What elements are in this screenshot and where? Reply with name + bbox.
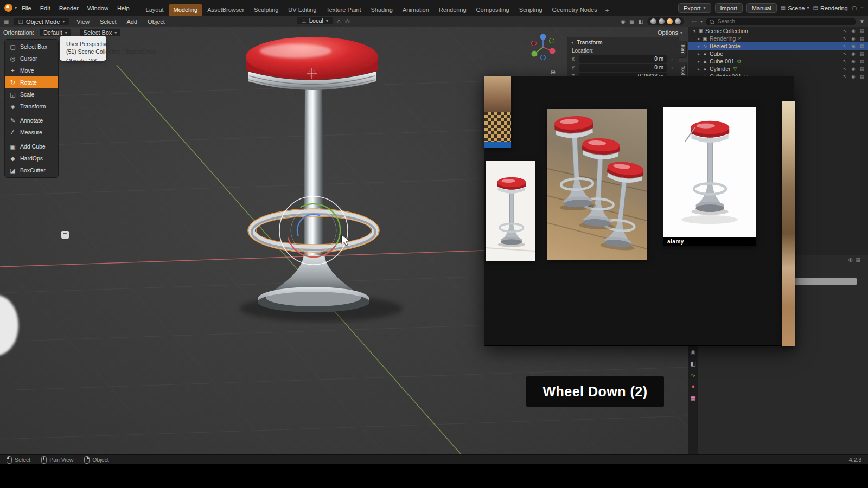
menu-edit[interactable]: Edit: [36, 3, 54, 13]
render-visibility-icon[interactable]: ▤: [859, 66, 865, 72]
selectable-icon[interactable]: ↖: [842, 43, 847, 49]
menu-view[interactable]: View: [74, 18, 92, 25]
tool-move[interactable]: + Move: [5, 65, 58, 76]
tool-hardops[interactable]: ◆ HardOps: [5, 152, 58, 164]
tab-texture-icon[interactable]: ▦: [689, 394, 697, 401]
outliner-row-cube001[interactable]: ▸ ▲ Cube.001 ⚙ ↖◉▤: [688, 57, 868, 65]
workspace-tab-uvediting[interactable]: UV Editing: [283, 4, 321, 16]
expand-icon[interactable]: ▸: [696, 36, 701, 41]
hide-icon[interactable]: ◉: [851, 43, 856, 49]
outliner-row-beziercircle[interactable]: ▸ ∿ BézierCircle ↖◉▤: [688, 42, 868, 50]
filter-icon[interactable]: ▼: [859, 18, 865, 24]
location-x-field[interactable]: 0 m: [579, 55, 667, 63]
tab-material-icon[interactable]: ●: [689, 383, 697, 390]
render-visibility-icon[interactable]: ▤: [859, 51, 865, 56]
tool-transform[interactable]: ◈ Transform: [5, 100, 58, 112]
workspace-tab-animation[interactable]: Animation: [398, 4, 434, 16]
tool-add-cube[interactable]: ▣ Add Cube: [5, 140, 58, 152]
hide-icon[interactable]: ◉: [851, 51, 856, 56]
export-button[interactable]: Export▾: [678, 3, 711, 13]
workspace-tab-rendering[interactable]: Rendering: [434, 4, 471, 16]
tool-scale[interactable]: ◱ Scale: [5, 88, 58, 100]
workspace-tab-sculpting[interactable]: Sculpting: [249, 4, 283, 16]
annotation-note-icon[interactable]: [61, 231, 69, 239]
outliner-editor-icon[interactable]: ≔: [692, 18, 697, 24]
search-input[interactable]: [717, 18, 852, 25]
tool-rotate[interactable]: ↻ Rotate: [5, 76, 58, 88]
tool-select-box[interactable]: ▢ Select Box: [5, 41, 58, 53]
tool-boxcutter[interactable]: ◪ BoxCutter: [5, 164, 58, 176]
workspace-tab-geometrynodes[interactable]: Geometry Nodes: [547, 4, 602, 16]
selectable-icon[interactable]: ↖: [842, 28, 847, 34]
tab-object-data-icon[interactable]: ∿: [689, 371, 697, 378]
hide-icon[interactable]: ◉: [851, 28, 856, 34]
workspace-tab-compositing[interactable]: Compositing: [471, 4, 514, 16]
shading-solid-icon[interactable]: [659, 18, 665, 24]
view-layer-picker[interactable]: ▤ Rendering: [813, 5, 847, 11]
workspace-tab-assetbrowser[interactable]: AssetBrowser: [202, 4, 249, 16]
location-y-field[interactable]: 0 m: [579, 64, 667, 72]
render-visibility-icon[interactable]: ▤: [859, 36, 865, 41]
proportional-editing-icon[interactable]: ◎: [345, 18, 350, 24]
menu-add[interactable]: Add: [124, 18, 141, 25]
workspace-tab-scripting[interactable]: Scripting: [514, 4, 547, 16]
reference-photo-stool-product[interactable]: alamy: [663, 107, 756, 246]
menu-select[interactable]: Select: [97, 18, 119, 25]
outliner-row-scene-collection[interactable]: ▾ ▣ Scene Collection ↖◉▤: [688, 27, 868, 35]
active-tool-dropdown[interactable]: Select Box ▾: [80, 29, 121, 36]
menu-window[interactable]: Window: [84, 3, 112, 13]
hide-icon[interactable]: ◉: [851, 74, 856, 79]
zoom-icon[interactable]: ⊕: [550, 68, 556, 76]
npanel-tab-item[interactable]: Item: [678, 41, 687, 58]
selectable-icon[interactable]: ↖: [842, 36, 847, 41]
chevron-down-icon[interactable]: ▾: [15, 5, 17, 10]
blender-logo-icon[interactable]: [4, 4, 12, 12]
reference-photo-stools-three[interactable]: [547, 109, 647, 260]
collapse-icon[interactable]: ▾: [571, 40, 573, 45]
options-dropdown[interactable]: Options ▾: [658, 29, 682, 36]
visibility-icon[interactable]: ◉: [621, 18, 626, 24]
render-visibility-icon[interactable]: ▤: [859, 43, 865, 49]
workspace-tab-texturepaint[interactable]: Texture Paint: [321, 4, 366, 16]
pin-icon[interactable]: ▢: [852, 5, 857, 11]
expand-icon[interactable]: ▸: [696, 44, 701, 49]
shading-material-icon[interactable]: [667, 18, 673, 24]
tool-cursor[interactable]: ◎ Cursor: [5, 53, 58, 65]
workspace-tab-modeling[interactable]: Modeling: [169, 4, 203, 16]
manual-button[interactable]: Manual: [746, 3, 777, 13]
outliner-row-cube[interactable]: ▸ ▲ Cube ↖◉▤: [688, 50, 868, 57]
grid-icon[interactable]: ▤: [856, 257, 860, 262]
selectable-icon[interactable]: ↖: [842, 51, 847, 56]
outliner-row-cylinder[interactable]: ▸ ▲ Cylinder ▽ ↖◉▤: [688, 65, 868, 73]
tool-measure[interactable]: ∠ Measure: [5, 126, 58, 138]
reference-photo-stool-single[interactable]: [486, 161, 535, 261]
expand-icon[interactable]: ▾: [692, 29, 697, 34]
lock-icon[interactable]: ▫: [669, 66, 675, 70]
reference-photo-diner[interactable]: [484, 76, 511, 148]
selectable-icon[interactable]: ↖: [842, 66, 847, 72]
hide-icon[interactable]: ◉: [851, 59, 856, 64]
reference-photo-strip[interactable]: [782, 101, 795, 346]
scene-picker[interactable]: ▦ Scene ▾: [781, 5, 809, 11]
pin-icon[interactable]: ◎: [848, 257, 853, 262]
add-workspace-button[interactable]: +: [602, 4, 612, 16]
menu-help[interactable]: Help: [113, 3, 133, 13]
outliner-row-rendering[interactable]: ▸ ▣ Rendering 2 ↖◉▤: [688, 35, 868, 42]
editor-type-icon[interactable]: ▦: [4, 18, 9, 24]
tool-annotate[interactable]: ✎ Annotate: [5, 114, 58, 126]
render-visibility-icon[interactable]: ▤: [859, 59, 865, 64]
selectable-icon[interactable]: ↖: [842, 74, 847, 79]
xray-icon[interactable]: ◧: [639, 18, 643, 24]
hide-icon[interactable]: ◉: [851, 36, 856, 41]
lock-icon[interactable]: ▫: [669, 57, 675, 62]
mode-select[interactable]: ◳ Object Mode ▾: [14, 18, 69, 25]
tab-render-icon[interactable]: ◉: [689, 349, 697, 356]
grid-icon[interactable]: ≡: [860, 5, 864, 11]
transform-orientation-select[interactable]: ⊥ Local ▾: [297, 17, 333, 24]
menu-object[interactable]: Object: [145, 18, 168, 25]
reference-image-window[interactable]: alamy: [484, 76, 794, 346]
shading-rendered-icon[interactable]: [675, 18, 681, 24]
menu-file[interactable]: File: [18, 3, 35, 13]
import-button[interactable]: Import: [715, 3, 743, 13]
display-mode-icon[interactable]: ▾: [700, 19, 703, 24]
